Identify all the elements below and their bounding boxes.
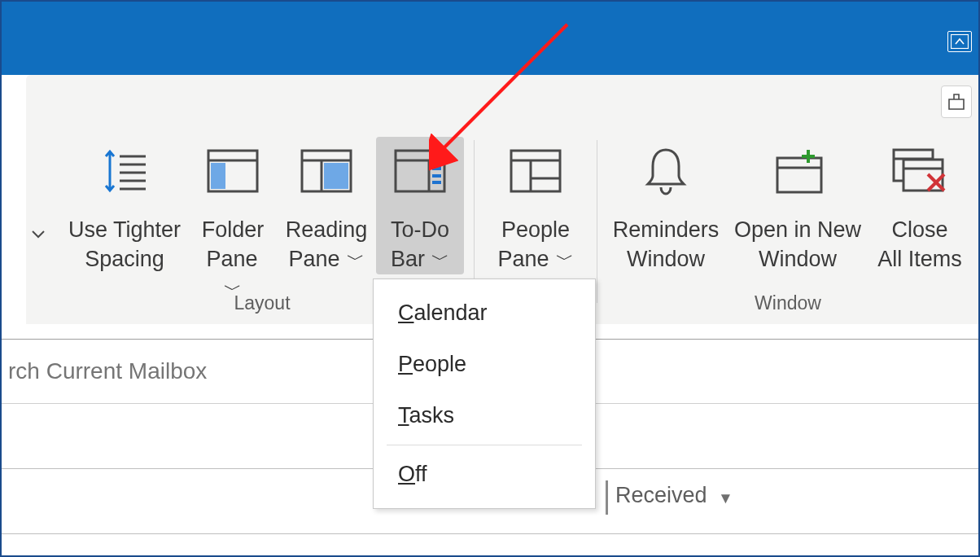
- label: Spacing: [85, 247, 164, 271]
- label: People: [501, 217, 570, 242]
- folder-pane-icon: [203, 142, 262, 200]
- svg-rect-16: [432, 164, 441, 170]
- group-window: Reminders Window: [597, 125, 978, 321]
- people-pane-icon: [506, 142, 565, 200]
- reading-pane-icon: [297, 142, 356, 200]
- previous-split-dropdown[interactable]: [26, 125, 50, 239]
- label: Window: [759, 247, 837, 271]
- addins-button[interactable]: [941, 86, 972, 118]
- reminders-window-button[interactable]: Reminders Window: [605, 137, 727, 274]
- chevron-down-icon: ﹀: [427, 249, 449, 270]
- folder-pane-button[interactable]: Folder Pane ﹀: [189, 137, 277, 304]
- svg-rect-23: [777, 158, 821, 192]
- svg-rect-19: [511, 151, 560, 191]
- svg-rect-12: [324, 163, 348, 189]
- open-new-window-button[interactable]: Open in New Window: [727, 137, 868, 274]
- label: Folder: [202, 217, 265, 242]
- app-frame: Use Tighter Spacing: [0, 0, 980, 557]
- label: Reminders: [613, 217, 720, 242]
- close-all-icon: [890, 142, 949, 200]
- title-bar: [2, 2, 978, 75]
- menu-item-off[interactable]: Off: [374, 449, 595, 500]
- menu-divider: [387, 445, 582, 445]
- chevron-down-icon: ﹀: [550, 249, 573, 270]
- group-label: Window: [597, 292, 978, 314]
- label: Reading: [286, 217, 368, 242]
- label: Open in New: [734, 217, 861, 242]
- todo-bar-menu: Calendar People Tasks Off: [373, 278, 596, 509]
- svg-rect-18: [432, 181, 441, 184]
- chevron-down-icon: ﹀: [341, 249, 364, 270]
- bell-icon: [637, 142, 695, 200]
- open-new-window-icon: [768, 142, 827, 200]
- column-divider: [606, 480, 608, 515]
- label: To-Do: [391, 217, 449, 242]
- use-tighter-spacing-button[interactable]: Use Tighter Spacing: [60, 137, 189, 274]
- reading-pane-button[interactable]: Reading Pane ﹀: [277, 137, 376, 274]
- sort-by-received[interactable]: Received ▼: [615, 483, 733, 508]
- menu-item-calendar[interactable]: Calendar: [374, 287, 595, 339]
- collapse-ribbon-button[interactable]: [947, 31, 972, 52]
- menu-item-people[interactable]: People: [374, 339, 595, 390]
- label: Pane: [497, 247, 549, 271]
- tighter-spacing-icon: [95, 142, 154, 200]
- menu-item-tasks[interactable]: Tasks: [374, 390, 595, 441]
- label: Close: [891, 217, 947, 242]
- svg-rect-17: [432, 174, 441, 178]
- label: Pane: [288, 247, 339, 271]
- label: Pane: [206, 247, 257, 271]
- todo-bar-icon: [391, 142, 449, 200]
- people-pane-button[interactable]: People Pane ﹀: [483, 137, 588, 274]
- label: Window: [627, 247, 705, 271]
- close-all-items-button[interactable]: Close All Items: [868, 137, 971, 274]
- todo-bar-button[interactable]: To-Do Bar ﹀: [376, 137, 464, 274]
- svg-rect-8: [211, 163, 225, 189]
- svg-rect-13: [396, 151, 444, 191]
- svg-rect-29: [903, 160, 943, 191]
- label: Use Tighter: [68, 217, 181, 242]
- label: Bar: [391, 247, 425, 271]
- chevron-down-icon: [31, 230, 46, 239]
- caret-down-icon: ▼: [718, 489, 733, 507]
- svg-rect-0: [952, 35, 969, 49]
- label: Received: [615, 483, 707, 507]
- label: All Items: [877, 247, 962, 271]
